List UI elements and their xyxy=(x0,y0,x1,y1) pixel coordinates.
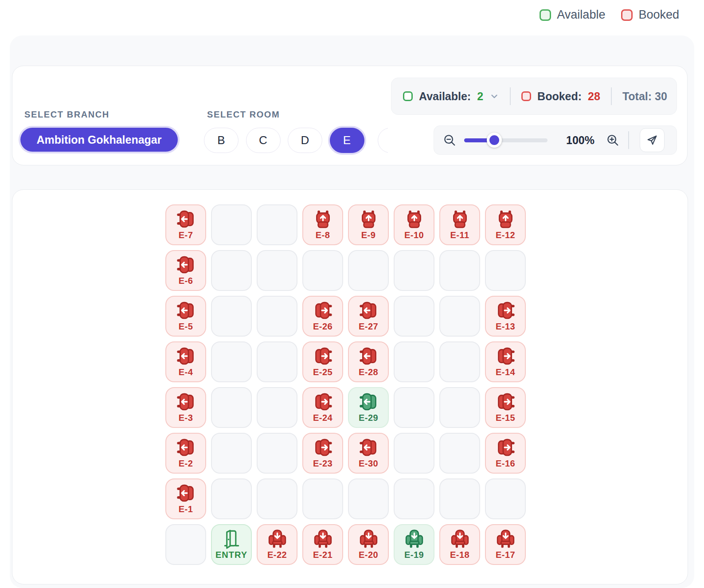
chair-left-icon xyxy=(176,255,196,275)
chair-left-icon xyxy=(176,392,196,412)
room-pill-D[interactable]: D xyxy=(288,128,322,153)
booked-stat-value: 28 xyxy=(588,90,600,103)
empty-tile xyxy=(257,204,297,245)
booked-stat-icon xyxy=(521,91,531,101)
room-pill-list: BCDE xyxy=(202,125,388,156)
available-swatch-icon xyxy=(540,9,551,21)
seat-grid: E-7 E-8 E-9 E-10 E-11 E-12 xyxy=(165,204,526,565)
seat-tile-E-23[interactable]: E-23 xyxy=(302,433,343,474)
zoom-slider[interactable] xyxy=(464,133,548,148)
legend-booked-label: Booked xyxy=(638,8,679,22)
seat-tile-E-6[interactable]: E-6 xyxy=(165,250,206,291)
seat-tile-E-27[interactable]: E-27 xyxy=(348,296,389,337)
empty-tile xyxy=(257,433,297,474)
empty-tile xyxy=(439,387,480,428)
total-stat: Total: 30 xyxy=(622,90,667,103)
empty-tile xyxy=(485,250,526,291)
seat-label: E-2 xyxy=(179,459,193,469)
empty-tile xyxy=(394,341,434,382)
seat-tile-E-10[interactable]: E-10 xyxy=(394,204,434,245)
available-stat-icon xyxy=(403,91,413,101)
chair-down-icon xyxy=(267,529,287,549)
seat-label: E-1 xyxy=(179,504,193,514)
seat-tile-E-15[interactable]: E-15 xyxy=(485,387,526,428)
seat-label: E-6 xyxy=(179,276,193,286)
stats-box: Available: 2 Booked: 28 Total: 30 xyxy=(391,78,677,115)
seat-tile-E-9[interactable]: E-9 xyxy=(348,204,389,245)
booked-swatch-icon xyxy=(621,9,633,21)
room-pill-partial[interactable] xyxy=(378,128,388,153)
chair-left-icon xyxy=(176,300,196,321)
seat-tile-E-22[interactable]: E-22 xyxy=(257,524,297,565)
seat-label: E-24 xyxy=(313,413,332,423)
zoom-controls: 100% xyxy=(434,125,677,155)
chair-right-icon xyxy=(496,437,516,458)
chair-left-icon xyxy=(359,300,379,321)
seat-tile-E-2[interactable]: E-2 xyxy=(165,433,206,474)
entry-label: ENTRY xyxy=(215,550,247,560)
seat-label: E-28 xyxy=(359,367,378,377)
seat-label: E-30 xyxy=(359,459,378,469)
seat-tile-E-25[interactable]: E-25 xyxy=(302,341,343,382)
seat-tile-E-16[interactable]: E-16 xyxy=(485,433,526,474)
seat-tile-E-30[interactable]: E-30 xyxy=(348,433,389,474)
seat-tile-E-13[interactable]: E-13 xyxy=(485,296,526,337)
zoom-in-button[interactable] xyxy=(604,132,621,149)
seat-tile-E-1[interactable]: E-1 xyxy=(165,478,206,519)
seat-tile-E-11[interactable]: E-11 xyxy=(439,204,480,245)
seat-tile-E-5[interactable]: E-5 xyxy=(165,296,206,337)
seat-tile-E-17[interactable]: E-17 xyxy=(485,524,526,565)
select-branch-label: SELECT BRANCH xyxy=(24,110,110,120)
empty-tile xyxy=(439,250,480,291)
seat-tile-E-14[interactable]: E-14 xyxy=(485,341,526,382)
empty-tile xyxy=(394,478,434,519)
empty-tile xyxy=(211,296,252,337)
seat-label: E-19 xyxy=(404,550,424,560)
empty-tile xyxy=(257,250,297,291)
room-pill-B[interactable]: B xyxy=(204,128,239,153)
chair-right-icon xyxy=(313,300,333,321)
branch-select-button[interactable]: Ambition Gokhalenagar xyxy=(20,128,178,152)
total-stat-label: Total: xyxy=(622,90,652,102)
recenter-button[interactable] xyxy=(640,128,665,152)
seat-tile-E-19[interactable]: E-19 xyxy=(394,524,434,565)
empty-tile xyxy=(211,478,252,519)
seat-tile-E-12[interactable]: E-12 xyxy=(485,204,526,245)
empty-tile xyxy=(439,296,480,337)
seat-tile-E-21[interactable]: E-21 xyxy=(302,524,343,565)
door-icon xyxy=(221,529,242,549)
room-pill-E[interactable]: E xyxy=(330,128,364,153)
empty-tile xyxy=(302,250,343,291)
chair-up-icon xyxy=(313,209,333,229)
room-pill-C[interactable]: C xyxy=(246,128,281,153)
seat-tile-E-28[interactable]: E-28 xyxy=(348,341,389,382)
empty-tile xyxy=(439,478,480,519)
seat-tile-E-24[interactable]: E-24 xyxy=(302,387,343,428)
seat-tile-E-29[interactable]: E-29 xyxy=(348,387,389,428)
seat-label: E-23 xyxy=(313,459,332,469)
seat-label: E-29 xyxy=(359,413,378,423)
empty-tile xyxy=(257,478,297,519)
available-dropdown-chevron-icon[interactable] xyxy=(489,91,499,101)
seat-tile-E-3[interactable]: E-3 xyxy=(165,387,206,428)
seat-label: E-18 xyxy=(450,550,469,560)
empty-tile xyxy=(211,204,252,245)
seat-label: E-26 xyxy=(313,321,332,332)
empty-tile xyxy=(211,433,252,474)
empty-tile xyxy=(394,250,434,291)
seat-label: E-22 xyxy=(267,550,287,560)
seat-label: E-27 xyxy=(359,321,378,332)
empty-tile xyxy=(348,250,389,291)
seat-tile-E-20[interactable]: E-20 xyxy=(348,524,389,565)
zoom-out-button[interactable] xyxy=(441,132,458,149)
seat-tile-E-4[interactable]: E-4 xyxy=(165,341,206,382)
empty-tile xyxy=(439,433,480,474)
seat-label: E-11 xyxy=(450,230,469,240)
zoom-slider-knob[interactable] xyxy=(487,133,502,148)
seat-label: E-12 xyxy=(496,230,515,240)
seat-tile-E-7[interactable]: E-7 xyxy=(165,204,206,245)
seat-tile-E-18[interactable]: E-18 xyxy=(439,524,480,565)
chair-up-icon xyxy=(496,209,516,229)
seat-tile-E-8[interactable]: E-8 xyxy=(302,204,343,245)
seat-tile-E-26[interactable]: E-26 xyxy=(302,296,343,337)
